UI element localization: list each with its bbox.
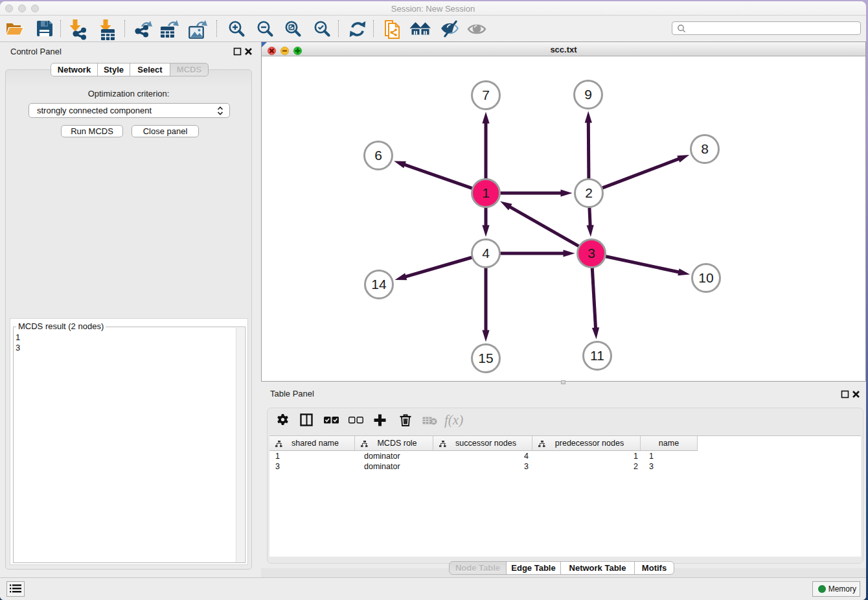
svg-text:9: 9 [584,87,592,102]
svg-text:15: 15 [478,351,493,365]
svg-text:11: 11 [590,348,604,363]
svg-text:10: 10 [698,270,713,285]
svg-text:8: 8 [701,141,709,156]
svg-text:7: 7 [482,87,490,102]
svg-text:4: 4 [482,246,490,260]
svg-text:1: 1 [482,185,490,200]
svg-text:6: 6 [374,148,382,163]
svg-text:2: 2 [585,185,593,200]
svg-text:3: 3 [588,246,595,260]
svg-text:14: 14 [371,277,387,292]
